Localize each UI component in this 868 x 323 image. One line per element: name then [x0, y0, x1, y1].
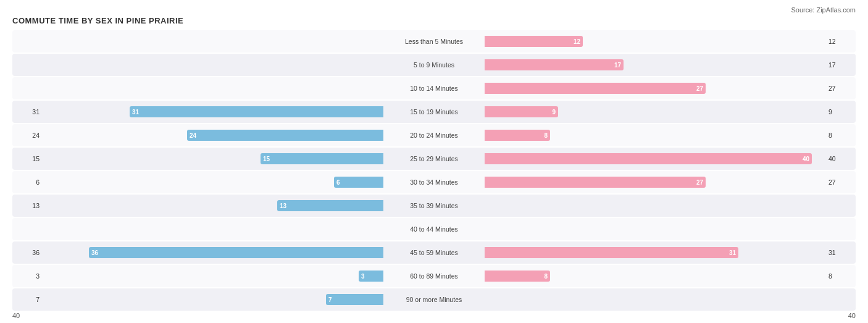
male-outer-value: 6	[12, 178, 43, 186]
female-outer-value: 17	[825, 61, 856, 69]
female-bar-section: 8	[434, 130, 825, 141]
female-bar-section: 31	[434, 247, 825, 258]
row-label: 10 to 14 Minutes	[386, 85, 482, 92]
chart-row: 242420 to 24 Minutes88	[12, 124, 856, 146]
female-bar-value: 9	[549, 109, 558, 115]
male-bar-section: 36	[43, 247, 434, 258]
dual-bar: 2420 to 24 Minutes8	[43, 125, 825, 145]
male-bar-section	[43, 83, 434, 94]
male-outer-value: 7	[12, 296, 43, 303]
male-bar: 15	[261, 153, 383, 164]
male-bar-section	[43, 59, 434, 70]
male-bar-section: 15	[43, 153, 434, 164]
male-bar-value: 3	[359, 273, 367, 280]
chart-row: 363645 to 59 Minutes3131	[12, 241, 856, 264]
male-bar-section	[43, 36, 434, 47]
female-outer-value: 40	[825, 155, 856, 162]
female-outer-value: 31	[825, 249, 856, 256]
female-bar: 8	[485, 271, 550, 282]
dual-bar: 360 to 89 Minutes8	[43, 266, 825, 286]
dual-bar: 630 to 34 Minutes27	[43, 172, 825, 192]
dual-bar: 3645 to 59 Minutes31	[43, 243, 825, 262]
male-bar: 31	[130, 106, 383, 117]
male-bar: 13	[277, 200, 383, 211]
female-bar-section: 40	[434, 153, 825, 164]
female-bar: 12	[485, 36, 583, 47]
row-label: 40 to 44 Minutes	[386, 225, 482, 233]
chart-title: COMMUTE TIME BY SEX IN PINE PRAIRIE	[12, 16, 856, 25]
male-outer-value: 36	[12, 249, 43, 256]
female-bar: 40	[485, 153, 812, 164]
row-label: 20 to 24 Minutes	[386, 132, 482, 139]
source-label: Source: ZipAtlas.com	[12, 6, 856, 14]
dual-bar: 1525 to 29 Minutes40	[43, 149, 825, 169]
dual-bar: 3115 to 19 Minutes9	[43, 102, 825, 122]
chart-row: 10 to 14 Minutes2727	[12, 77, 856, 99]
row-label: 45 to 59 Minutes	[386, 249, 482, 256]
male-bar-section: 7	[43, 294, 434, 305]
male-bar: 7	[326, 294, 383, 305]
female-bar-section: 9	[434, 106, 825, 117]
female-bar-value: 31	[727, 250, 738, 256]
female-outer-value: 9	[825, 108, 856, 115]
male-outer-value: 13	[12, 202, 43, 209]
dual-bar: Less than 5 Minutes12	[43, 31, 825, 51]
dual-bar: 790 or more Minutes	[43, 290, 825, 309]
chart-row: 5 to 9 Minutes1717	[12, 54, 856, 76]
female-bar-value: 27	[694, 179, 706, 186]
female-outer-value: 27	[825, 85, 856, 92]
male-bar-value: 24	[187, 132, 199, 139]
female-outer-value: 8	[825, 132, 856, 139]
female-bar-value: 40	[800, 156, 812, 162]
female-outer-value: 8	[825, 272, 856, 280]
row-label: 90 or more Minutes	[386, 296, 482, 303]
male-bar-value: 36	[89, 250, 101, 256]
female-bar-value: 8	[541, 273, 550, 280]
row-label: 15 to 19 Minutes	[386, 108, 482, 115]
female-outer-value: 27	[825, 178, 856, 186]
dual-bar: 1335 to 39 Minutes	[43, 196, 825, 216]
female-bar-section: 27	[434, 177, 825, 188]
male-bar: 24	[187, 130, 383, 141]
male-outer-value: 31	[12, 108, 43, 115]
chart-row: 40 to 44 Minutes	[12, 218, 856, 240]
male-bar: 36	[89, 247, 383, 258]
male-bar-section: 31	[43, 106, 434, 117]
male-bar-value: 6	[334, 179, 343, 186]
male-outer-value: 15	[12, 155, 43, 162]
male-bar-section: 6	[43, 177, 434, 188]
row-label: 35 to 39 Minutes	[386, 202, 482, 209]
chart-row: 313115 to 19 Minutes99	[12, 101, 856, 123]
male-bar-section: 24	[43, 130, 434, 141]
chart-row: 3360 to 89 Minutes88	[12, 265, 856, 287]
female-bar-value: 17	[612, 62, 624, 69]
female-bar-value: 8	[541, 132, 550, 139]
axis-right: 40	[848, 312, 856, 319]
dual-bar: 40 to 44 Minutes	[43, 219, 825, 239]
female-bar: 17	[485, 59, 624, 70]
axis-left: 40	[12, 312, 20, 319]
male-bar-value: 7	[326, 296, 335, 303]
row-label: Less than 5 Minutes	[386, 38, 482, 45]
female-bar-section: 17	[434, 59, 825, 70]
male-bar-value: 13	[277, 203, 289, 209]
chart-row: 7790 or more Minutes	[12, 288, 856, 311]
row-label: 25 to 29 Minutes	[386, 155, 482, 162]
female-bar-section: 27	[434, 83, 825, 94]
row-label: 30 to 34 Minutes	[386, 178, 482, 186]
female-bar-section: 12	[434, 36, 825, 47]
female-bar: 8	[485, 130, 550, 141]
female-bar: 9	[485, 106, 558, 117]
female-bar-value: 27	[694, 85, 706, 92]
male-bar-section: 3	[43, 271, 434, 282]
female-bar: 31	[485, 247, 738, 258]
chart-row: 6630 to 34 Minutes2727	[12, 171, 856, 193]
row-label: 5 to 9 Minutes	[386, 61, 482, 69]
female-bar-section: 8	[434, 271, 825, 282]
female-bar: 27	[485, 177, 706, 188]
male-bar-value: 15	[261, 156, 272, 162]
female-outer-value: 12	[825, 38, 856, 45]
male-bar-section	[43, 224, 434, 235]
male-bar-section: 13	[43, 200, 434, 211]
female-bar-section	[434, 224, 825, 235]
